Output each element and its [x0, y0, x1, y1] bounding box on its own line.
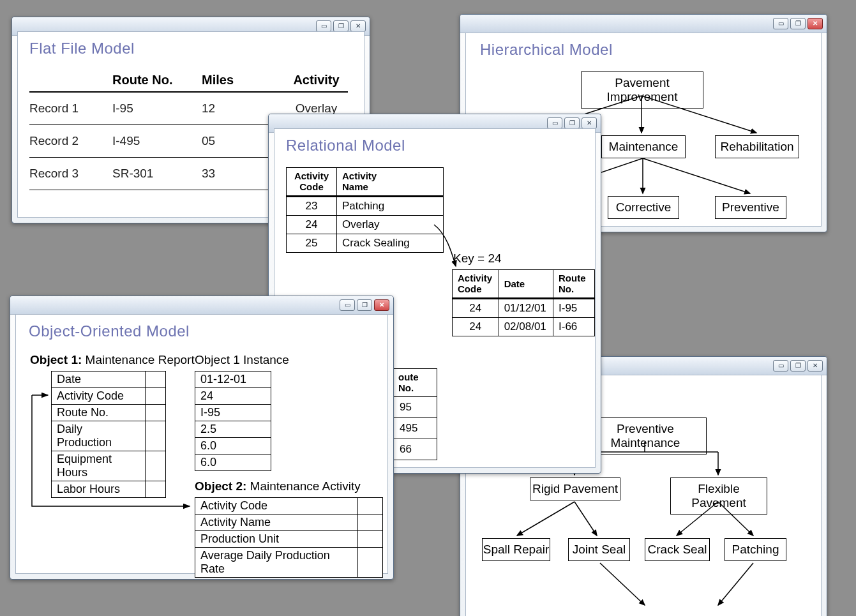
window-title: Hierarchical Model: [480, 41, 613, 59]
table-row: 25Crack Sealing: [287, 234, 444, 252]
table-row: 23Patching: [287, 196, 444, 215]
date-route-table: Activity CodeDateRoute No. 2401/12/01I-9…: [452, 269, 595, 336]
maximize-button[interactable]: ❐: [357, 299, 372, 311]
object1-values: 01-12-01 24 I-95 2.5 6.0 6.0: [195, 371, 271, 471]
minimize-button[interactable]: ▭: [316, 20, 331, 32]
maximize-button[interactable]: ❐: [333, 20, 349, 32]
titlebar: ▭❐✕: [10, 296, 393, 315]
key-label: Key = 24: [453, 252, 502, 266]
col-activity: Activity: [285, 73, 348, 87]
window-title: Object-Oriented Model: [29, 322, 190, 340]
node-rehabilitation: Rehabilitation: [715, 135, 799, 158]
close-button[interactable]: ✕: [807, 18, 823, 29]
close-button[interactable]: ✕: [350, 20, 366, 32]
table-row: 2401/12/01I-95: [453, 298, 595, 317]
window-body: Object-Oriented Model Object 1: Maintena…: [15, 314, 388, 574]
svg-line-16: [718, 563, 753, 605]
col-route: Route No.: [112, 73, 202, 87]
window-title: Flat File Model: [29, 40, 135, 57]
maximize-button[interactable]: ❐: [790, 18, 806, 29]
node-patching: Patching: [725, 538, 786, 561]
node-top: Preventive Maintenance: [584, 417, 707, 454]
window-object-oriented: ▭❐✕ Object-Oriented Model Object 1: Main…: [10, 296, 394, 580]
node-jointseal: Joint Seal: [568, 538, 630, 561]
col-miles: Miles: [202, 73, 285, 87]
object2-fields: Activity Code Activity Name Production U…: [195, 497, 383, 578]
window-controls: ▭ ❐ ✕: [316, 20, 366, 32]
maximize-button[interactable]: ❐: [564, 117, 580, 129]
node-flexible: Flexible Pavement: [670, 477, 767, 515]
node-corrective: Corrective: [608, 196, 679, 219]
close-button[interactable]: ✕: [807, 360, 823, 372]
minimize-button[interactable]: ▭: [773, 360, 788, 372]
table-row: 2402/08/01I-66: [453, 317, 595, 336]
minimize-button[interactable]: ▭: [340, 299, 355, 311]
partial-route-table: oute No. 95 495 66: [393, 368, 437, 460]
close-button[interactable]: ✕: [374, 299, 389, 311]
minimize-button[interactable]: ▭: [547, 117, 562, 129]
window-title: Relational Model: [286, 137, 405, 154]
object1-instance-label: Object 1 Instance: [195, 353, 289, 367]
maximize-button[interactable]: ❐: [790, 360, 806, 372]
minimize-button[interactable]: ▭: [773, 18, 788, 29]
svg-line-12: [574, 502, 597, 536]
object1-fields: Date Activity Code Route No. Daily Produ…: [51, 371, 166, 498]
object2-label: Object 2: Maintenance Activity: [195, 479, 361, 493]
node-preventive: Preventive: [715, 196, 786, 219]
node-rigid: Rigid Pavement: [530, 477, 620, 500]
svg-line-15: [600, 563, 645, 605]
close-button[interactable]: ✕: [582, 117, 597, 129]
svg-line-5: [643, 158, 750, 193]
svg-line-11: [517, 502, 574, 536]
node-crackseal: Crack Seal: [645, 538, 710, 561]
object1-label: Object 1: Maintenance Report: [30, 353, 195, 367]
node-top: Pavement Improvement: [581, 71, 703, 109]
table-row: 24Overlay: [287, 215, 444, 234]
activity-table: Activity CodeActivity Name 23Patching 24…: [286, 167, 444, 253]
node-spall: Spall Repair: [482, 538, 550, 561]
titlebar: ▭ ❐ ✕: [460, 15, 827, 33]
node-maintenance: Maintenance: [601, 135, 686, 158]
